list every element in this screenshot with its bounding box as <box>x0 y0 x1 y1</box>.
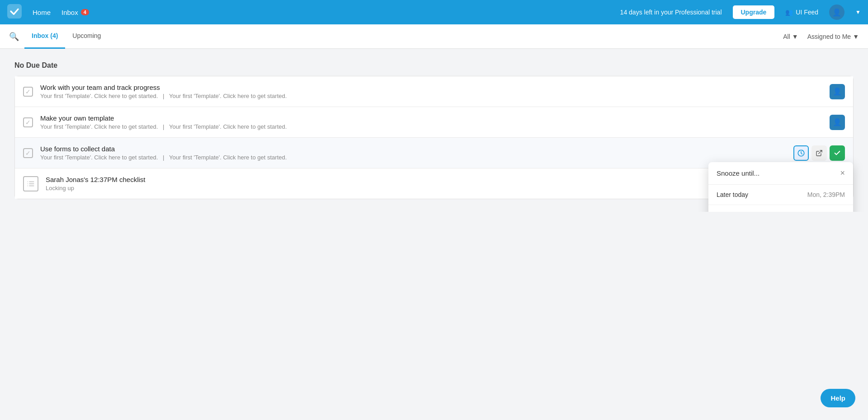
task-subtitle: Your first 'Template'. Click here to get… <box>40 93 830 99</box>
task-subtitle: Your first 'Template'. Click here to get… <box>40 123 830 130</box>
checkmark-icon: ✓ <box>25 119 31 126</box>
svg-line-2 <box>819 150 822 154</box>
snooze-button[interactable] <box>793 145 809 161</box>
task-list: ✓ Work with your team and track progress… <box>14 76 854 199</box>
task-avatar-icon: 👤 <box>833 118 842 126</box>
ui-feed-button[interactable]: 👥 UI Feed <box>785 9 818 16</box>
avatar-button[interactable]: 👤 <box>829 5 844 20</box>
task-actions: 👤 <box>830 84 845 99</box>
task-body: Work with your team and track progress Y… <box>40 84 830 99</box>
task-title: Work with your team and track progress <box>40 84 830 91</box>
search-button[interactable]: 🔍 <box>9 32 19 42</box>
task-title: Use forms to collect data <box>40 145 793 153</box>
snooze-title: Snooze until... <box>717 169 760 177</box>
task-actions: 👤 <box>830 115 845 130</box>
snooze-later-today-time: Mon, 2:39PM <box>807 191 845 198</box>
user-avatar-icon: 👤 <box>832 8 841 17</box>
task-checkbox[interactable]: ✓ <box>23 148 33 158</box>
sub-nav: 🔍 Inbox (4) Upcoming All ▼ Assigned to M… <box>0 24 868 49</box>
snooze-close-button[interactable]: × <box>840 168 845 178</box>
snooze-tomorrow[interactable]: Tomorrow Tue, 8:00AM <box>708 205 853 212</box>
checklist-icon <box>23 176 38 191</box>
filter-assigned-label: Assigned to Me <box>807 33 851 40</box>
ui-feed-label: UI Feed <box>796 9 818 16</box>
svg-rect-0 <box>7 4 22 19</box>
task-body: Make your own template Your first 'Templ… <box>40 114 830 130</box>
inbox-nav-label: Inbox <box>61 9 78 16</box>
task-row[interactable]: ✓ Make your own template Your first 'Tem… <box>15 107 853 138</box>
nav-inbox[interactable]: Inbox 4 <box>61 9 89 16</box>
task-subtitle: Your first 'Template'. Click here to get… <box>40 154 793 161</box>
task-body: Use forms to collect data Your first 'Te… <box>40 145 793 161</box>
task-title: Make your own template <box>40 114 830 122</box>
snooze-later-today-label: Later today <box>717 191 748 198</box>
task-row-active[interactable]: ✓ Use forms to collect data Your first '… <box>15 138 853 168</box>
section-heading: No Due Date <box>14 61 854 70</box>
trial-text: 14 days left in your Professional trial <box>620 9 722 16</box>
logo[interactable] <box>7 4 22 20</box>
snooze-tomorrow-label: Tomorrow <box>717 211 744 212</box>
snooze-popup: Snooze until... × Later today Mon, 2:39P… <box>708 162 853 212</box>
ui-feed-icon: 👥 <box>785 9 793 16</box>
filter-all-chevron-icon: ▼ <box>792 33 798 40</box>
main-content: No Due Date ✓ Work with your team and tr… <box>0 49 868 212</box>
task-avatar: 👤 <box>830 84 845 99</box>
tab-upcoming[interactable]: Upcoming <box>65 24 108 49</box>
filter-assigned-dropdown[interactable]: Assigned to Me ▼ <box>807 33 859 40</box>
filter-assigned-chevron-icon: ▼ <box>853 33 859 40</box>
task-checkbox[interactable]: ✓ <box>23 117 33 127</box>
filter-all-dropdown[interactable]: All ▼ <box>783 33 798 40</box>
task-actions <box>793 145 845 161</box>
snooze-later-today[interactable]: Later today Mon, 2:39PM <box>708 185 853 205</box>
checkmark-icon: ✓ <box>25 149 31 157</box>
task-checkbox[interactable]: ✓ <box>23 87 33 97</box>
snooze-header: Snooze until... × <box>708 162 853 185</box>
open-button[interactable] <box>811 145 827 161</box>
task-avatar: 👤 <box>830 115 845 130</box>
nav-home[interactable]: Home <box>33 9 51 16</box>
filter-all-label: All <box>783 33 790 40</box>
snooze-tomorrow-time: Tue, 8:00AM <box>809 211 845 212</box>
task-row[interactable]: ✓ Work with your team and track progress… <box>15 76 853 107</box>
checkmark-icon: ✓ <box>25 88 31 95</box>
tab-inbox[interactable]: Inbox (4) <box>24 24 65 49</box>
done-button[interactable] <box>830 145 845 161</box>
inbox-badge: 4 <box>81 9 89 15</box>
account-chevron-icon[interactable]: ▼ <box>855 9 861 15</box>
top-nav: Home Inbox 4 14 days left in your Profes… <box>0 0 868 24</box>
task-avatar-icon: 👤 <box>833 87 842 96</box>
upgrade-button[interactable]: Upgrade <box>733 5 775 19</box>
